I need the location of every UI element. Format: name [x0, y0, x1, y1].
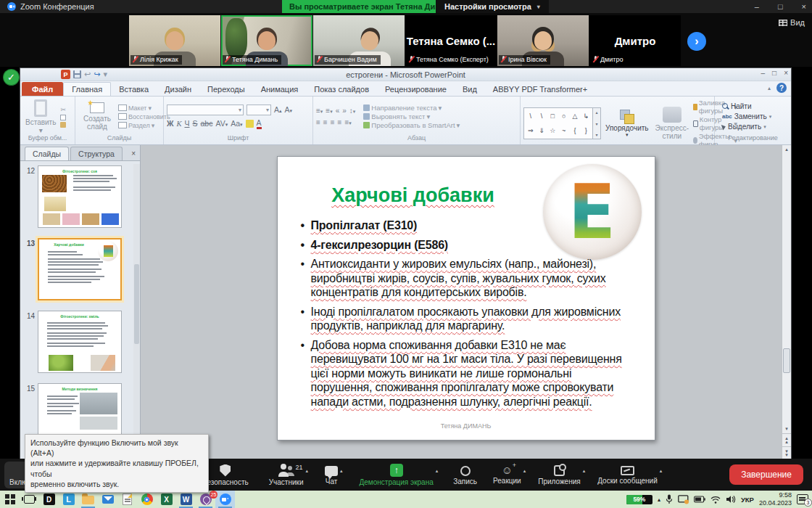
reset-button[interactable]: Восстановить — [118, 113, 170, 120]
video-tile-semko[interactable]: Тетяна Семко (... Тетяна Семко (Експерт) — [405, 15, 497, 66]
panel-close-icon[interactable]: × — [131, 149, 136, 157]
end-meeting-button[interactable]: Завершение — [729, 464, 803, 485]
ppt-minimize-button[interactable]: – — [761, 69, 766, 77]
video-tile-lilia[interactable]: Лілія Крижак — [129, 15, 220, 66]
tab-slideshow[interactable]: Показ слайдов — [306, 82, 377, 96]
next-participants-button[interactable]: › — [687, 32, 706, 51]
italic-button[interactable]: К — [177, 120, 182, 128]
tray-battery-icon[interactable] — [694, 496, 705, 503]
font-name-select[interactable]: ▾ — [167, 105, 244, 115]
taskbar-viber[interactable]: 25 — [196, 491, 215, 508]
scrollbar-thumb[interactable] — [783, 348, 790, 373]
taskbar-app-d[interactable]: D — [39, 491, 59, 508]
video-tile-barchyshen[interactable]: Барчишен Вадим — [313, 15, 405, 66]
select-button[interactable]: Выделить▾ — [722, 123, 766, 131]
previous-slide-button[interactable]: ▴▴ — [782, 433, 791, 446]
taskbar-word[interactable]: W — [176, 491, 196, 508]
arrange-button[interactable]: Упорядочить ▾ — [603, 110, 651, 138]
task-view-button[interactable] — [20, 491, 39, 508]
find-button[interactable]: Найти — [722, 102, 752, 110]
change-case-button[interactable]: Aa▾ — [231, 119, 242, 128]
panel-scrollbar[interactable] — [133, 164, 140, 459]
font-size-select[interactable]: ▾ — [246, 105, 271, 115]
tray-expand-icon[interactable]: ▴ — [658, 496, 660, 503]
bold-button[interactable]: Ж — [167, 119, 174, 128]
tab-home[interactable]: Главная — [63, 82, 111, 96]
tab-insert[interactable]: Вставка — [111, 82, 157, 96]
video-tile-dmytro[interactable]: Дмитро Дмитро — [589, 15, 681, 66]
font-color-button[interactable]: A — [257, 118, 262, 129]
line-spacing-button[interactable]: ↕▾ — [349, 107, 356, 115]
record-button[interactable]: Запись — [448, 462, 482, 488]
align-right-button[interactable]: ≡ — [331, 118, 335, 126]
clock[interactable]: 9:58 20.04.2023 — [759, 491, 792, 507]
tab-transitions[interactable]: Переходы — [199, 82, 253, 96]
replace-button[interactable]: abcЗаменить▾ — [722, 112, 771, 120]
align-text-button[interactable]: Выровнять текст▾ — [363, 112, 460, 120]
convert-smartart-button[interactable]: Преобразовать в SmartArt▾ — [363, 121, 460, 129]
slide-thumbnail-14[interactable]: 14 Фітоестрогени: хміль — [20, 311, 133, 373]
view-settings-button[interactable]: Настройки просмотра ▾ — [436, 0, 549, 13]
tray-wifi-icon[interactable] — [710, 496, 721, 504]
reactions-button[interactable]: ☺+ Реакции — [488, 462, 526, 487]
apps-button[interactable]: Приложения — [533, 462, 586, 488]
chat-button[interactable]: Чат — [320, 462, 343, 488]
quick-styles-button[interactable]: Экспресс-стили — [653, 107, 692, 140]
tray-mic-icon[interactable] — [666, 494, 673, 504]
shrink-font-button[interactable]: A▾ — [285, 105, 293, 114]
taskbar-excel[interactable]: X — [157, 491, 176, 508]
underline-button[interactable]: Ч — [184, 119, 189, 128]
share-screen-button[interactable]: ↑ Демонстрация экрана — [355, 462, 439, 488]
language-indicator[interactable]: УКР — [741, 496, 754, 504]
increase-indent-button[interactable]: » — [342, 107, 347, 115]
scroll-down-icon[interactable]: ▾ — [785, 425, 788, 433]
close-button[interactable]: × — [802, 2, 806, 11]
shapes-scroll[interactable]: ▴▾▾ — [593, 107, 601, 139]
collapse-ribbon-icon[interactable]: ▴ — [768, 85, 771, 91]
shapes-gallery[interactable]: \\□○△↳ ⇒⇓☆~{} — [523, 107, 593, 139]
minimize-button[interactable]: – — [755, 2, 759, 11]
video-tile-iryna[interactable]: Ірина Вівсюк — [497, 15, 589, 66]
format-painter-button[interactable] — [60, 122, 66, 128]
copy-button[interactable] — [60, 115, 66, 120]
tab-abbyy[interactable]: ABBYY PDF Transformer+ — [485, 82, 595, 96]
slide-thumbnail-13-selected[interactable]: 13 Харчові добавки — [20, 238, 133, 300]
justify-button[interactable]: ≡ — [338, 118, 342, 126]
decrease-indent-button[interactable]: « — [336, 107, 340, 115]
tab-animation[interactable]: Анимация — [253, 82, 307, 96]
taskbar-chrome[interactable] — [137, 491, 157, 508]
layout-button[interactable]: Макет▾ — [118, 105, 170, 112]
tray-screen-share-icon[interactable] — [678, 495, 689, 504]
slide-thumbnail-12[interactable]: 12 Фітоестрогени: соя — [20, 165, 133, 228]
abc-strike-button[interactable]: abc — [201, 119, 213, 128]
help-button[interactable]: ? — [776, 83, 787, 93]
scroll-up-icon[interactable]: ▴ — [785, 145, 788, 154]
taskbar-mail[interactable] — [98, 491, 117, 508]
taskbar-app-l[interactable]: L — [59, 491, 78, 508]
new-slide-button[interactable]: Создать слайд — [78, 102, 116, 131]
video-tile-tetiana-dyman[interactable]: Тетяна Димань — [221, 15, 312, 66]
tab-design[interactable]: Дизайн — [157, 82, 199, 96]
maximize-button[interactable]: □ — [778, 2, 783, 11]
strikethrough-button[interactable]: S — [192, 119, 197, 128]
ppt-restore-button[interactable]: □ — [772, 69, 776, 77]
taskbar-zoom[interactable] — [215, 491, 235, 508]
vertical-scrollbar[interactable]: ▴ ▾ ▴▴ ▾▾ — [782, 145, 791, 459]
text-direction-button[interactable]: Направление текста▾ — [363, 104, 460, 112]
taskbar-file-explorer[interactable] — [78, 491, 98, 508]
tab-file[interactable]: Файл — [22, 82, 63, 96]
align-center-button[interactable]: ≡ — [323, 118, 328, 126]
participants-button[interactable]: 21 Участники — [264, 462, 309, 488]
char-spacing-button[interactable]: AV▾ — [215, 119, 228, 128]
view-layout-button[interactable]: Вид — [774, 17, 809, 28]
current-slide[interactable]: Е Харчові добавки Пропілгалат (Е310) 4-г… — [277, 156, 655, 441]
paste-button[interactable]: Вставить ▾ — [23, 99, 58, 134]
whiteboards-button[interactable]: Доски сообщений — [592, 462, 663, 487]
numbering-button[interactable]: ≡▾ — [326, 107, 332, 115]
tray-volume-icon[interactable] — [726, 495, 736, 504]
align-left-button[interactable]: ≡ — [316, 118, 320, 126]
bullets-button[interactable]: ≡▾ — [316, 107, 323, 115]
ppt-close-button[interactable]: × — [784, 69, 788, 77]
highlight-color-button[interactable] — [246, 120, 254, 128]
action-center-icon[interactable]: 3 — [797, 494, 808, 504]
